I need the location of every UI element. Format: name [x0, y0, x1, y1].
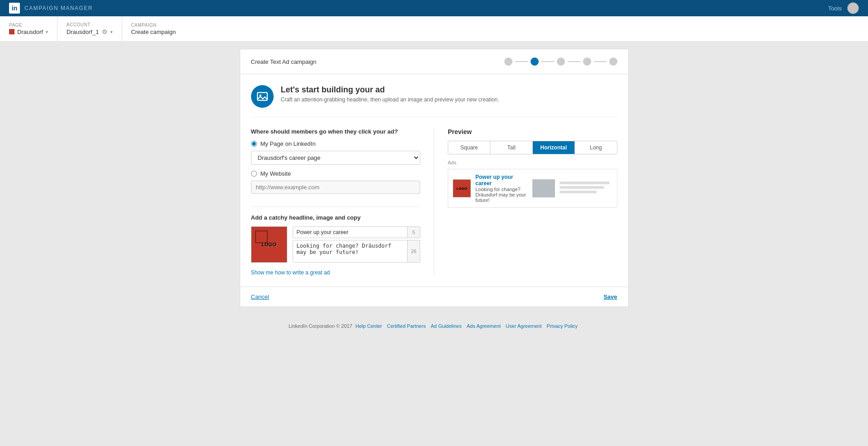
radio-linkedin-page-label[interactable]: My Page on LinkedIn — [261, 140, 316, 147]
two-column-layout: Where should members go when they click … — [251, 128, 617, 276]
preview-line-1 — [560, 182, 609, 184]
page-header: Create Text Ad campaign — [240, 49, 629, 74]
preview-line-2 — [560, 186, 604, 189]
left-column: Where should members go when they click … — [251, 128, 435, 276]
breadcrumb-bar: Page Drausdorf ▾ Account Drausdorf_1 ⚙ ▾… — [0, 16, 868, 42]
section-divider — [251, 206, 421, 207]
campaign-label: Campaign — [131, 23, 176, 28]
ad-fields: 5 Looking for change? Dräusdorf may be y… — [293, 226, 421, 264]
intro-section: Let's start building your ad Craft an at… — [251, 85, 617, 117]
cancel-button[interactable]: Cancel — [251, 293, 269, 300]
progress-line-3 — [568, 61, 580, 62]
radio-option-linkedin-page: My Page on LinkedIn — [251, 140, 421, 147]
bottom-actions: Cancel Save — [240, 287, 629, 307]
intro-text: Let's start building your ad Craft an at… — [281, 85, 499, 103]
page-selector[interactable]: Drausdorf's career page Company page Oth… — [251, 151, 421, 165]
campaign-value: Create campaign — [131, 29, 176, 35]
ads-agreement-link[interactable]: Ads Agreement — [467, 323, 501, 329]
nav-right: Tools — [828, 2, 859, 14]
intro-icon — [251, 85, 274, 108]
account-dropdown-arrow[interactable]: ▾ — [110, 29, 113, 34]
body-char-count: 26 — [408, 240, 420, 263]
preview-logo: LOGO — [453, 179, 471, 197]
app-title: CAMPAIGN MANAGER — [24, 5, 93, 11]
preview-image-placeholder — [532, 179, 555, 197]
linkedin-logo: in — [9, 3, 20, 14]
body-field-row: Looking for change? Dräusdorf may be you… — [293, 240, 421, 263]
breadcrumb-campaign: Campaign Create campaign — [122, 16, 185, 41]
footer: LinkedIn Corporation © 2017 Help Center … — [0, 314, 868, 338]
account-gear-icon[interactable]: ⚙ — [102, 28, 108, 35]
help-center-link[interactable]: Help Center — [356, 323, 382, 329]
preview-label: Preview — [448, 128, 617, 135]
avatar[interactable] — [847, 2, 859, 14]
progress-dots — [504, 58, 617, 66]
account-value: Drausdorf_1 ⚙ ▾ — [66, 28, 113, 35]
page-title-prefix: Create — [251, 58, 270, 65]
page-color-dot — [9, 29, 14, 34]
ads-label: Ads — [448, 160, 617, 165]
page-label: Page — [9, 23, 48, 28]
image-icon — [256, 91, 268, 102]
headline-input[interactable] — [293, 226, 408, 238]
intro-heading: Let's start building your ad — [281, 85, 499, 95]
preview-tabs: Square Tall Horizontal Long — [448, 141, 617, 154]
svg-rect-0 — [257, 92, 267, 100]
page-title-highlight: Text Ad — [270, 58, 289, 65]
tab-tall[interactable]: Tall — [490, 141, 532, 154]
website-url-input[interactable] — [251, 181, 421, 194]
body-textarea[interactable]: Looking for change? Dräusdorf may be you… — [293, 240, 408, 263]
progress-dot-2 — [531, 58, 539, 66]
progress-dot-3 — [557, 58, 565, 66]
radio-website-input[interactable] — [251, 171, 257, 177]
top-navigation: in CAMPAIGN MANAGER Tools — [0, 0, 868, 16]
page-name: Drausdorf — [17, 29, 43, 35]
intro-subtext: Craft an attention-grabbing headline, th… — [281, 96, 499, 103]
progress-line-4 — [594, 61, 607, 62]
add-headline-label: Add a catchy headline, image and copy — [251, 214, 421, 221]
help-link[interactable]: Show me how to write a great ad — [251, 269, 330, 276]
right-column: Preview Square Tall Horizontal Long Ads … — [434, 128, 617, 276]
progress-line-1 — [515, 61, 528, 62]
logo-text: LOGO — [261, 242, 276, 247]
page-dropdown-arrow[interactable]: ▾ — [46, 29, 48, 34]
campaign-name: Create campaign — [131, 29, 176, 35]
save-button[interactable]: Save — [603, 293, 617, 300]
preview-line-3 — [560, 191, 596, 193]
tab-long[interactable]: Long — [575, 141, 617, 154]
page-title-suffix: campaign — [289, 58, 317, 65]
preview-logo-text: LOGO — [456, 187, 467, 191]
ad-guidelines-link[interactable]: Ad Guidelines — [431, 323, 462, 329]
user-agreement-link[interactable]: User Agreement — [506, 323, 541, 329]
radio-website-label[interactable]: My Website — [261, 170, 291, 177]
radio-option-website: My Website — [251, 170, 421, 177]
tab-horizontal[interactable]: Horizontal — [533, 141, 575, 154]
account-name: Drausdorf_1 — [66, 29, 99, 35]
preview-image-inner — [532, 179, 555, 197]
form-card: Let's start building your ad Craft an at… — [240, 74, 629, 287]
preview-ad-desc: Looking for change? Dräusdorf may be you… — [475, 187, 528, 203]
certified-partners-link[interactable]: Certified Partners — [387, 323, 426, 329]
progress-dot-5 — [609, 58, 617, 66]
ad-image-preview[interactable]: LOGO — [251, 226, 287, 263]
ad-builder: LOGO 5 Looking for change? Dräusdorf may… — [251, 226, 421, 264]
destination-question: Where should members go when they click … — [251, 128, 421, 135]
progress-line-2 — [541, 61, 554, 62]
radio-linkedin-page-input[interactable] — [251, 141, 257, 147]
breadcrumb-page: Page Drausdorf ▾ — [9, 16, 57, 41]
page-value[interactable]: Drausdorf ▾ — [9, 29, 48, 35]
preview-lines — [560, 182, 612, 195]
progress-dot-4 — [583, 58, 591, 66]
headline-field-row: 5 — [293, 226, 421, 238]
privacy-policy-link[interactable]: Privacy Policy — [547, 323, 578, 329]
preview-ad-box: LOGO Power up your career Looking for ch… — [448, 169, 617, 208]
preview-ad-title: Power up your career — [475, 174, 528, 187]
breadcrumb-account: Account Drausdorf_1 ⚙ ▾ — [57, 16, 122, 41]
preview-ad-inner: LOGO Power up your career Looking for ch… — [453, 174, 612, 203]
progress-dot-1 — [504, 58, 512, 66]
preview-ad-content: Power up your career Looking for change?… — [475, 174, 528, 203]
tools-button[interactable]: Tools — [828, 5, 842, 12]
copyright: LinkedIn Corporation © 2017 — [289, 323, 352, 329]
tab-square[interactable]: Square — [448, 141, 490, 154]
nav-left: in CAMPAIGN MANAGER — [9, 3, 93, 14]
